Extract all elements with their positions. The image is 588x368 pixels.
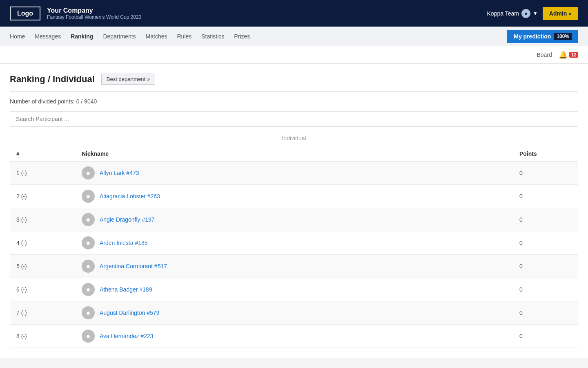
nav-ranking[interactable]: Ranking [71, 31, 93, 41]
nickname-link[interactable]: Angie Dragonfly #197 [100, 216, 155, 223]
nickname-link[interactable]: Athena Badger #189 [100, 286, 152, 293]
avatar: ● [82, 190, 95, 203]
rank-cell: 4 (-) [10, 231, 75, 255]
nickname-cell: ● Arden Iniesta #185 [75, 231, 513, 255]
bell-icon: 🔔 [559, 50, 568, 59]
best-department-button[interactable]: Best department » [101, 74, 155, 85]
table-header-row: # Nickname Points [10, 146, 578, 162]
points-cell: 0 [513, 301, 578, 325]
nav-departments[interactable]: Departments [103, 31, 136, 41]
table-row: 8 (-) ● Ava Hernández #223 0 [10, 325, 578, 348]
nav-rules[interactable]: Rules [177, 31, 192, 41]
koppa-team-label: Koppa Team ● ▼ [487, 9, 538, 18]
nickname-cell: ● Ava Hernández #223 [75, 325, 513, 348]
table-row: 4 (-) ● Arden Iniesta #185 0 [10, 231, 578, 255]
company-info: Your Company Fantasy Football Women's Wo… [47, 7, 141, 20]
header-right: Koppa Team ● ▼ Admin » [487, 7, 578, 20]
table-row: 7 (-) ● August Darlington #579 0 [10, 301, 578, 325]
page-title: Ranking / Individual [10, 74, 95, 85]
col-nickname: Nickname [75, 146, 513, 162]
points-cell: 0 [513, 208, 578, 231]
nav-messages[interactable]: Messages [35, 31, 61, 41]
search-input[interactable] [10, 111, 578, 127]
nav-prizes[interactable]: Prizes [234, 31, 250, 41]
chevron-down-icon: ▼ [533, 11, 538, 16]
header: Logo Your Company Fantasy Football Women… [0, 0, 588, 27]
nickname-link[interactable]: Argentina Cormorant #517 [100, 263, 167, 269]
table-row: 6 (-) ● Athena Badger #189 0 [10, 278, 578, 301]
admin-button[interactable]: Admin » [543, 7, 578, 20]
my-prediction-label: My prediction [514, 33, 551, 40]
nickname-link[interactable]: Altagracia Lobster #263 [100, 193, 160, 200]
nav-home[interactable]: Home [10, 31, 25, 41]
points-cell: 0 [513, 325, 578, 348]
avatar: ● [82, 166, 95, 180]
avatar: ● [82, 213, 95, 226]
main-content: Ranking / Individual Best department » N… [0, 64, 588, 358]
nickname-link[interactable]: August Darlington #579 [100, 310, 159, 316]
table-row: 5 (-) ● Argentina Cormorant #517 0 [10, 255, 578, 278]
rank-cell: 5 (-) [10, 255, 75, 278]
nickname-cell: ● Angie Dragonfly #197 [75, 208, 513, 231]
col-points: Points [513, 146, 578, 162]
nickname-link[interactable]: Allyn Lark #473 [100, 170, 139, 176]
points-cell: 0 [513, 255, 578, 278]
my-prediction-button[interactable]: My prediction 100% [507, 30, 578, 43]
rank-cell: 2 (-) [10, 185, 75, 208]
points-cell: 0 [513, 162, 578, 185]
avatar: ● [82, 236, 95, 249]
prediction-badge: 100% [554, 33, 572, 40]
rank-cell: 7 (-) [10, 301, 75, 325]
notifications-button[interactable]: 🔔 12 [559, 50, 578, 59]
rank-cell: 3 (-) [10, 208, 75, 231]
nickname-cell: ● Argentina Cormorant #517 [75, 255, 513, 278]
rank-cell: 8 (-) [10, 325, 75, 348]
user-icon: ● [521, 9, 530, 18]
divider [10, 91, 578, 92]
nickname-cell: ● August Darlington #579 [75, 301, 513, 325]
nickname-cell: ● Altagracia Lobster #263 [75, 185, 513, 208]
table-row: 2 (-) ● Altagracia Lobster #263 0 [10, 185, 578, 208]
header-left: Logo Your Company Fantasy Football Women… [10, 7, 141, 20]
notification-count-badge: 12 [569, 52, 578, 58]
nickname-cell: ● Athena Badger #189 [75, 278, 513, 301]
points-cell: 0 [513, 278, 578, 301]
points-cell: 0 [513, 231, 578, 255]
table-row: 1 (-) ● Allyn Lark #473 0 [10, 162, 578, 185]
avatar: ● [82, 260, 95, 273]
avatar: ● [82, 283, 95, 296]
rank-cell: 1 (-) [10, 162, 75, 185]
nickname-link[interactable]: Arden Iniesta #185 [100, 240, 148, 246]
points-cell: 0 [513, 185, 578, 208]
navigation: Home Messages Ranking Departments Matche… [0, 27, 588, 46]
board-bar: Board 🔔 12 [0, 46, 588, 64]
nav-statistics[interactable]: Statistics [201, 31, 224, 41]
avatar: ● [82, 330, 95, 343]
col-rank: # [10, 146, 75, 162]
nav-links: Home Messages Ranking Departments Matche… [10, 31, 250, 41]
logo: Logo [10, 7, 40, 20]
rank-cell: 6 (-) [10, 278, 75, 301]
points-info: Number of divided points: 0 / 9040 [10, 98, 578, 105]
ranking-table: # Nickname Points 1 (-) ● Allyn Lark #47… [10, 146, 578, 348]
page-title-row: Ranking / Individual Best department » [10, 74, 578, 85]
tab-individual: Individual [10, 135, 578, 141]
nickname-cell: ● Allyn Lark #473 [75, 162, 513, 185]
board-link[interactable]: Board [537, 52, 552, 58]
nav-matches[interactable]: Matches [146, 31, 167, 41]
company-name: Your Company [47, 7, 141, 14]
table-row: 3 (-) ● Angie Dragonfly #197 0 [10, 208, 578, 231]
nav-right: My prediction 100% [507, 30, 578, 43]
company-subtitle: Fantasy Football Women's World Cup 2023 [47, 14, 141, 20]
avatar: ● [82, 306, 95, 319]
nickname-link[interactable]: Ava Hernández #223 [100, 333, 153, 339]
